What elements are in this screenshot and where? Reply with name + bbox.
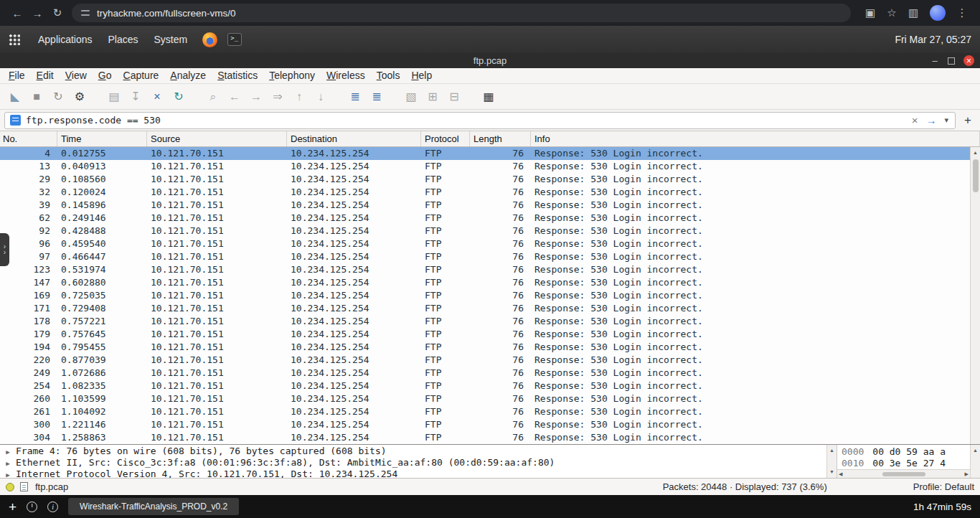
packet-row[interactable]: 620.24914610.121.70.15110.234.125.254FTP… (0, 212, 970, 225)
packet-row[interactable]: 2491.07268610.121.70.15110.234.125.254FT… (0, 367, 970, 380)
app-grid-icon[interactable] (9, 34, 20, 45)
zoom-in-icon[interactable]: ⊞ (422, 87, 443, 107)
close-button[interactable] (963, 55, 974, 66)
close-file-icon[interactable]: × (146, 87, 168, 107)
expand-arrow-icon[interactable]: ▶ (3, 469, 13, 478)
hex-scrollbar[interactable] (970, 445, 980, 478)
menu-item-view[interactable]: View (60, 68, 93, 83)
packet-row[interactable]: 3041.25886310.121.70.15110.234.125.254FT… (0, 431, 970, 444)
detail-line[interactable]: ▶Internet Protocol Version 4, Src: 10.12… (3, 468, 826, 478)
zoom-out-icon[interactable]: ⊟ (443, 87, 465, 107)
packet-row[interactable]: 320.12002410.121.70.15110.234.125.254FTP… (0, 186, 970, 199)
packet-row[interactable]: 290.10856010.121.70.15110.234.125.254FTP… (0, 173, 970, 186)
timer-icon[interactable] (27, 501, 37, 512)
packet-row[interactable]: 1230.53197410.121.70.15110.234.125.254FT… (0, 263, 970, 276)
vm-sidebar-toggle[interactable] (0, 233, 9, 266)
packet-row[interactable]: 2200.87703910.121.70.15110.234.125.254FT… (0, 354, 970, 367)
packet-row[interactable]: 1790.75764510.121.70.15110.234.125.254FT… (0, 328, 970, 341)
resize-columns-icon[interactable]: ▦ (478, 87, 499, 107)
browser-forward-icon[interactable]: → (27, 7, 47, 19)
maximize-button[interactable] (948, 57, 955, 65)
menu-item-file[interactable]: File (3, 68, 31, 83)
menu-item-help[interactable]: Help (405, 68, 438, 83)
hex-horizontal-scrollbar[interactable] (837, 469, 970, 478)
terminal-icon[interactable] (227, 33, 242, 46)
info-icon[interactable] (47, 501, 58, 512)
site-info-icon[interactable] (80, 8, 90, 18)
firefox-icon[interactable] (202, 32, 217, 47)
reload-file-icon[interactable]: ↻ (168, 87, 189, 107)
go-forward-icon[interactable]: → (245, 87, 267, 107)
filter-bookmark-icon[interactable] (10, 115, 21, 126)
detail-line[interactable]: ▶Ethernet II, Src: Cisco_3c:3f:a8 (00:01… (3, 457, 826, 468)
browser-back-icon[interactable]: ← (7, 7, 27, 19)
menu-item-analyze[interactable]: Analyze (164, 68, 212, 83)
packet-row[interactable]: 2541.08233510.121.70.15110.234.125.254FT… (0, 380, 970, 392)
packet-row[interactable]: 970.46644710.121.70.15110.234.125.254FTP… (0, 250, 970, 263)
profile-selector[interactable]: Profile: Default (913, 481, 974, 492)
hex-scroll-right-icon[interactable] (965, 471, 969, 478)
hex-hscroll-thumb[interactable] (882, 472, 925, 476)
last-packet-icon[interactable]: ↓ (310, 87, 331, 107)
add-button[interactable]: + (9, 500, 17, 514)
menu-item-statistics[interactable]: Statistics (212, 68, 263, 83)
desktop-menu-places[interactable]: Places (100, 26, 146, 53)
restart-capture-icon[interactable]: ↻ (47, 87, 69, 107)
menu-item-telephony[interactable]: Telephony (263, 68, 321, 83)
menu-item-tools[interactable]: Tools (371, 68, 406, 83)
packet-row[interactable]: 920.42848810.121.70.15110.234.125.254FTP… (0, 225, 970, 237)
column-header-no[interactable]: No. (0, 131, 57, 146)
bookmark-star-icon[interactable]: ☆ (881, 6, 903, 19)
browser-reload-icon[interactable]: ↻ (47, 6, 67, 19)
packet-row[interactable]: 1690.72503510.121.70.15110.234.125.254FT… (0, 289, 970, 302)
desktop-menu-system[interactable]: System (146, 26, 196, 53)
menu-kebab-icon[interactable]: ⋮ (951, 6, 973, 19)
save-file-icon[interactable]: ↧ (125, 87, 146, 107)
capture-comment-icon[interactable] (20, 482, 28, 491)
expand-arrow-icon[interactable]: ▶ (3, 458, 13, 469)
packet-row[interactable]: 1780.75722110.121.70.15110.234.125.254FT… (0, 315, 970, 328)
find-packet-icon[interactable]: ⌕ (202, 87, 224, 107)
clear-filter-icon[interactable]: × (910, 114, 920, 126)
packet-row[interactable]: 1940.79545510.121.70.15110.234.125.254FT… (0, 341, 970, 354)
stop-capture-icon[interactable]: ■ (26, 87, 47, 107)
column-header-info[interactable]: Info (531, 131, 980, 146)
menu-item-edit[interactable]: Edit (31, 68, 60, 83)
machine-tab[interactable]: Wireshark-TrafficAnalysis_PROD_v0.2 (68, 498, 239, 515)
packet-list-scrollbar[interactable] (970, 147, 980, 444)
hex-line[interactable]: 000000 d0 59 aa a (837, 446, 970, 458)
details-scroll-up-icon[interactable] (829, 447, 834, 454)
packet-row[interactable]: 40.01275510.121.70.15110.234.125.254FTP7… (0, 147, 970, 160)
start-capture-icon[interactable]: ◣ (4, 87, 26, 107)
desktop-menu-applications[interactable]: Applications (30, 26, 100, 53)
auto-scroll-icon[interactable]: ≣ (344, 87, 366, 107)
hex-line[interactable]: 001000 3e 5e 27 4 (837, 458, 970, 469)
details-scroll-down-icon[interactable] (829, 468, 834, 476)
menu-item-go[interactable]: Go (93, 68, 118, 83)
packet-row[interactable]: 960.45954010.121.70.15110.234.125.254FTP… (0, 237, 970, 250)
column-header-destination[interactable]: Destination (287, 131, 421, 146)
profile-avatar[interactable] (930, 5, 946, 21)
packet-row[interactable]: 130.04091310.121.70.15110.234.125.254FTP… (0, 160, 970, 173)
packet-row[interactable]: 390.14589610.121.70.15110.234.125.254FTP… (0, 199, 970, 212)
filter-dropdown-icon[interactable]: ▾ (943, 116, 950, 125)
packet-row[interactable]: 3001.22114610.121.70.15110.234.125.254FT… (0, 418, 970, 431)
hex-scroll-up-icon[interactable] (973, 447, 978, 454)
column-header-source[interactable]: Source (147, 131, 287, 146)
scroll-to-end-icon[interactable]: ≣ (366, 87, 387, 107)
details-scrollbar[interactable] (826, 445, 837, 478)
column-header-length[interactable]: Length (470, 131, 531, 146)
expand-arrow-icon[interactable]: ▶ (3, 446, 13, 458)
clock[interactable]: Fri Mar 27, 05:27 (895, 34, 971, 45)
detail-line[interactable]: ▶Frame 4: 76 bytes on wire (608 bits), 7… (3, 446, 826, 457)
side-panel-icon[interactable]: ▥ (903, 6, 924, 19)
scrollbar-thumb[interactable] (973, 159, 979, 192)
scroll-up-icon[interactable] (973, 149, 978, 156)
colorize-icon[interactable]: ▧ (400, 87, 422, 107)
apply-filter-icon[interactable]: → (924, 114, 938, 126)
capture-options-icon[interactable]: ⚙ (69, 87, 90, 107)
add-filter-button[interactable]: + (960, 113, 976, 128)
column-header-protocol[interactable]: Protocol (421, 131, 470, 146)
menu-item-capture[interactable]: Capture (118, 68, 165, 83)
go-to-packet-icon[interactable]: ⇒ (267, 87, 288, 107)
